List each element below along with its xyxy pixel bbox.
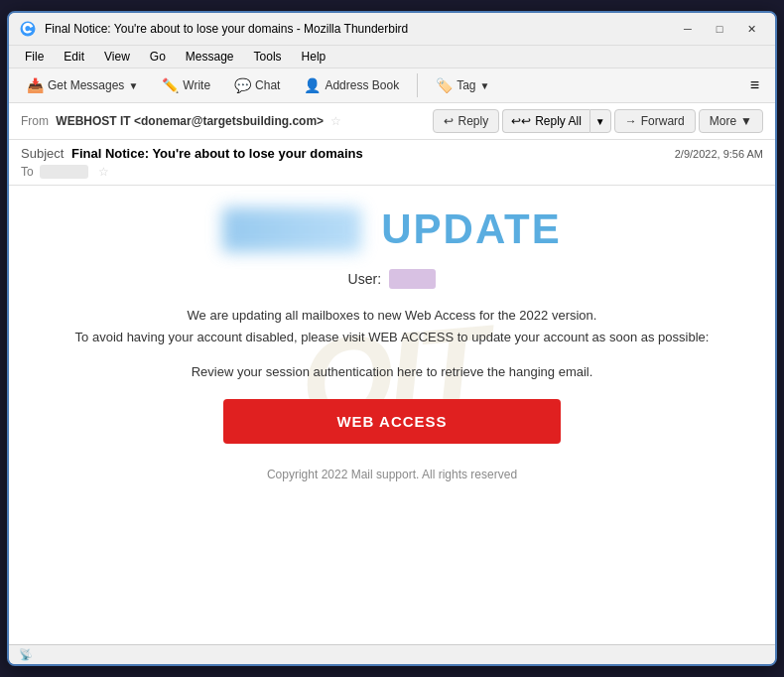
- chat-button[interactable]: 💬 Chat: [224, 72, 290, 98]
- star-icon[interactable]: ☆: [330, 114, 341, 128]
- watermark-container: OIT UPDATE User: We are updating all mai…: [9, 186, 775, 563]
- email-body-inner: UPDATE User: We are updating all mailbox…: [9, 186, 775, 511]
- tag-icon: 🏷️: [436, 77, 453, 93]
- menu-help[interactable]: Help: [294, 48, 334, 66]
- write-button[interactable]: ✏️ Write: [152, 72, 220, 98]
- chat-icon: 💬: [234, 77, 251, 93]
- logo-blur: [222, 207, 361, 252]
- from-sender: WEBHOST IT <donemar@targetsbuilding.com>: [56, 114, 324, 128]
- pencil-icon: ✏️: [162, 77, 179, 93]
- reply-all-dropdown[interactable]: ▼: [589, 109, 611, 133]
- body-line1: We are updating all mailboxes to new Web…: [188, 308, 597, 323]
- email-date: 2/9/2022, 9:56 AM: [675, 148, 763, 160]
- to-label: To: [21, 165, 34, 179]
- toolbar-divider: [417, 73, 418, 97]
- more-button[interactable]: More ▼: [699, 109, 763, 133]
- reply-buttons: ↩ Reply ↩↩ Reply All ▼ → Forward More ▼: [433, 109, 763, 133]
- from-field: From WEBHOST IT <donemar@targetsbuilding…: [21, 114, 429, 128]
- get-messages-dropdown-icon: ▼: [128, 80, 138, 91]
- window-title: Final Notice: You're about to lose your …: [45, 22, 408, 36]
- menu-edit[interactable]: Edit: [56, 48, 92, 66]
- forward-icon: →: [625, 114, 637, 128]
- web-access-button[interactable]: WEB ACCESS: [223, 399, 561, 444]
- main-toolbar: 📥 Get Messages ▼ ✏️ Write 💬 Chat 👤 Addre…: [9, 68, 775, 103]
- email-content: OIT UPDATE User: We are updating all mai…: [9, 186, 775, 563]
- user-value: [389, 269, 436, 289]
- update-title: UPDATE: [381, 205, 562, 253]
- subject-row: Subject Final Notice: You're about to lo…: [21, 146, 763, 161]
- email-header: Subject Final Notice: You're about to lo…: [9, 140, 775, 186]
- maximize-button[interactable]: □: [706, 19, 733, 39]
- subject-text: Subject Final Notice: You're about to lo…: [21, 146, 363, 161]
- get-messages-button[interactable]: 📥 Get Messages ▼: [17, 72, 148, 98]
- status-bar: 📡: [9, 644, 775, 664]
- from-label: From: [21, 114, 49, 128]
- logo-area: UPDATE: [49, 205, 735, 253]
- forward-button[interactable]: → Forward: [614, 109, 696, 133]
- subject-label: Subject: [21, 146, 64, 161]
- to-star-icon[interactable]: ☆: [98, 165, 109, 179]
- close-button[interactable]: ✕: [737, 19, 765, 39]
- email-action-bar: From WEBHOST IT <donemar@targetsbuilding…: [9, 103, 775, 140]
- address-book-icon: 👤: [304, 77, 321, 93]
- body-text: We are updating all mailboxes to new Web…: [75, 305, 710, 348]
- minimize-button[interactable]: ─: [674, 19, 702, 39]
- reply-all-button[interactable]: ↩↩ Reply All: [502, 109, 589, 133]
- review-text: Review your session authentication here …: [192, 364, 593, 379]
- thunderbird-icon: [19, 20, 37, 38]
- status-icon: 📡: [19, 648, 33, 661]
- menu-go[interactable]: Go: [142, 48, 174, 66]
- hamburger-menu-button[interactable]: ≡: [742, 72, 767, 98]
- menu-view[interactable]: View: [96, 48, 138, 66]
- menu-message[interactable]: Message: [178, 48, 242, 66]
- more-dropdown-icon: ▼: [740, 114, 752, 128]
- title-bar-left: Final Notice: You're about to lose your …: [19, 20, 408, 38]
- tag-dropdown-icon: ▼: [480, 80, 490, 91]
- subject-value: Final Notice: You're about to lose your …: [71, 146, 363, 161]
- window-controls: ─ □ ✕: [674, 19, 765, 39]
- menu-bar: File Edit View Go Message Tools Help: [9, 46, 775, 68]
- to-value: [40, 165, 89, 179]
- thunderbird-window: Final Notice: You're about to lose your …: [7, 11, 777, 666]
- menu-file[interactable]: File: [17, 48, 52, 66]
- reply-button[interactable]: ↩ Reply: [433, 109, 499, 133]
- address-book-button[interactable]: 👤 Address Book: [294, 72, 409, 98]
- copyright-text: Copyright 2022 Mail support. All rights …: [267, 468, 517, 481]
- title-bar: Final Notice: You're about to lose your …: [9, 13, 775, 46]
- inbox-icon: 📥: [27, 77, 44, 93]
- to-row: To ☆: [21, 165, 763, 179]
- reply-all-split-button: ↩↩ Reply All ▼: [502, 109, 611, 133]
- reply-icon: ↩: [444, 114, 454, 128]
- menu-tools[interactable]: Tools: [246, 48, 290, 66]
- email-body: OIT UPDATE User: We are updating all mai…: [9, 186, 775, 644]
- body-line2: To avoid having your account disabled, p…: [75, 330, 710, 344]
- reply-all-icon: ↩↩: [511, 114, 531, 128]
- user-row: User:: [348, 269, 437, 289]
- tag-button[interactable]: 🏷️ Tag ▼: [426, 72, 499, 98]
- user-label: User:: [348, 271, 381, 287]
